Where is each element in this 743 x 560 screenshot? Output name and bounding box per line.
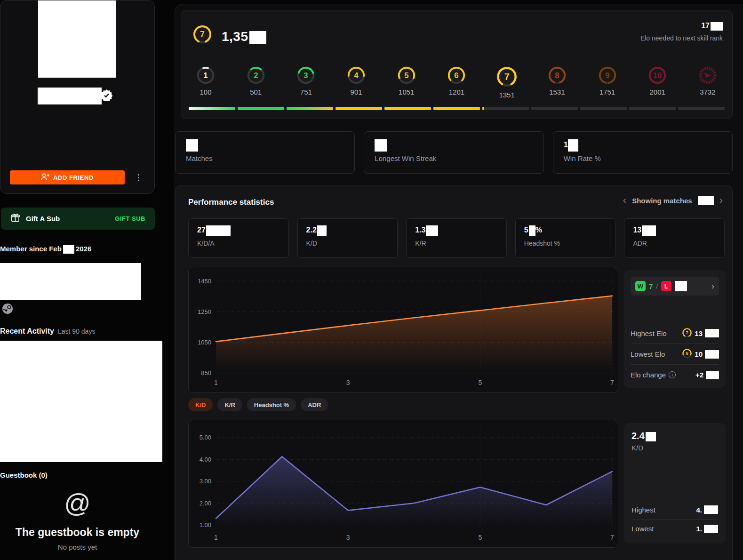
- person-add-icon: [41, 173, 49, 182]
- main-panel: 7 1,35 17 Elo needed to next skill rank …: [175, 4, 743, 560]
- elo-change-value: +2: [695, 371, 703, 379]
- add-friend-button[interactable]: ADD FRIEND: [10, 170, 125, 184]
- kd-stat-rows: Highest 4. Lowest 1.: [631, 500, 718, 538]
- kda-redaction: [206, 225, 231, 236]
- svg-text:1050: 1050: [198, 339, 211, 346]
- level-elo-threshold: 1531: [549, 88, 565, 96]
- svg-text:850: 850: [201, 369, 211, 376]
- level-icon: 5: [682, 348, 692, 360]
- showing-matches-label: Showing matches: [632, 197, 692, 205]
- elo-progress-segment: [531, 107, 578, 110]
- svg-text:3.00: 3.00: [200, 478, 211, 485]
- kd-lowest-value: 1.: [696, 525, 702, 533]
- win-streak-card: Longest Win Streak: [364, 131, 543, 174]
- at-icon: @: [0, 488, 155, 518]
- chevron-right-icon[interactable]: ›: [711, 281, 714, 291]
- level-elo-threshold: 1351: [499, 91, 514, 99]
- kr-label: K/R: [415, 240, 498, 247]
- lowest-elo-row: Lowest Elo 5 10: [631, 344, 719, 364]
- skill-level-item: 4901: [342, 66, 370, 96]
- svg-text:2.00: 2.00: [200, 500, 211, 507]
- matches-redaction: [186, 139, 198, 152]
- win-badge: W: [635, 281, 646, 291]
- kd-highest-redaction: [704, 505, 718, 514]
- level-elo-threshold: 100: [200, 88, 211, 96]
- level-elo-threshold: 501: [250, 88, 262, 96]
- elo-redaction: [249, 31, 266, 44]
- elo-progress-segment: [287, 107, 333, 110]
- skill-levels-row: 1100250137514901510516120171351815319175…: [192, 66, 722, 99]
- adr-card: 13 ADR: [624, 218, 725, 258]
- elo-chart: 1450125010508501357: [189, 267, 618, 391]
- skill-level-item: 2501: [242, 66, 270, 96]
- metric-tabs: K/D K/R Headshot % ADR: [188, 398, 328, 411]
- kd-highest-label: Highest: [631, 506, 655, 514]
- matches-label: Matches: [186, 154, 344, 162]
- wins-count: 7: [649, 282, 653, 290]
- skill-level-item: 3732: [694, 66, 722, 96]
- win-rate-label: Win Rate %: [564, 154, 722, 162]
- level-elo-threshold: 3732: [700, 88, 715, 96]
- elo-progress-segment: [629, 107, 676, 110]
- svg-text:7: 7: [504, 72, 510, 82]
- kd-avg-redaction: [646, 432, 656, 441]
- svg-text:5.00: 5.00: [200, 434, 211, 441]
- svg-text:4.00: 4.00: [200, 456, 211, 463]
- kd-redaction: [317, 225, 327, 236]
- win-loss-box[interactable]: W 7 / L ›: [631, 277, 719, 296]
- level-icon: 7: [682, 328, 692, 339]
- elo-chart-section: 1450125010508501357 W 7 / L › Highest El…: [188, 267, 726, 393]
- recent-activity-title: Recent Activity: [0, 327, 54, 335]
- steam-icon[interactable]: [2, 303, 13, 316]
- svg-text:7: 7: [200, 30, 205, 39]
- highest-elo-value: 13: [695, 329, 703, 337]
- elo-progress-bar: [189, 107, 725, 110]
- guestbook-empty-subtitle: No posts yet: [0, 543, 155, 551]
- level-elo-threshold: 1051: [399, 88, 414, 96]
- skill-level-item: 81531: [543, 66, 571, 96]
- highest-elo-redaction: [705, 329, 719, 337]
- svg-text:3: 3: [346, 534, 350, 541]
- matches-pager: ‹ Showing matches ›: [623, 196, 723, 205]
- chevron-left-icon[interactable]: ‹: [623, 196, 626, 205]
- loss-badge: L: [661, 281, 671, 291]
- svg-text:5: 5: [686, 351, 688, 356]
- member-since-redaction: [63, 245, 74, 254]
- elo-card: 7 1,35 17 Elo needed to next skill rank …: [181, 10, 733, 119]
- svg-text:1: 1: [203, 71, 208, 80]
- elo-progress-segment: [580, 107, 627, 110]
- adr-redaction: [642, 225, 656, 236]
- svg-text:7: 7: [610, 534, 614, 541]
- tab-headshot[interactable]: Headshot %: [247, 398, 296, 411]
- kd-chart: 5.004.003.002.001.001357: [189, 420, 618, 545]
- level-elo-threshold: 2001: [650, 88, 665, 96]
- svg-text:6: 6: [455, 71, 459, 80]
- kd-lowest-row: Lowest 1.: [631, 519, 718, 538]
- profile-card: ADD FRIEND: [0, 0, 155, 194]
- adr-label: ADR: [633, 240, 716, 247]
- lowest-elo-label: Lowest Elo: [631, 350, 665, 358]
- skill-level-item: 71351: [493, 66, 521, 99]
- tab-kd[interactable]: K/D: [188, 398, 213, 411]
- elo-progress-segment: [238, 107, 284, 110]
- elo-change-label: Elo change: [631, 371, 666, 379]
- verified-badge-icon: [101, 89, 112, 103]
- recent-activity-range: Last 90 days: [58, 328, 95, 335]
- recent-activity-header: Recent ActivityLast 90 days: [0, 327, 95, 336]
- win-rate-redaction: [568, 139, 578, 152]
- kebab-menu-icon[interactable]: [134, 171, 143, 184]
- gift-sub-card: Gift A Sub GIFT SUB: [1, 208, 155, 230]
- tab-kr[interactable]: K/R: [217, 398, 242, 411]
- chevron-right-icon[interactable]: ›: [719, 196, 723, 205]
- elo-progress-segment: [384, 107, 431, 110]
- svg-text:1: 1: [214, 534, 218, 541]
- headshot-card: 5% Headshot %: [515, 218, 616, 258]
- gift-sub-button[interactable]: GIFT SUB: [115, 215, 145, 222]
- lowest-elo-value: 10: [695, 350, 703, 358]
- info-icon[interactable]: i: [669, 371, 676, 378]
- elo-chart-card: 1450125010508501357: [188, 267, 618, 393]
- stat-cards-row: 27 K/D/A 2.2 K/D 1.3 K/R 5% Headshot % 1…: [188, 218, 725, 258]
- level-elo-threshold: 1751: [599, 88, 615, 96]
- kd-lowest-redaction: [704, 525, 718, 533]
- tab-adr[interactable]: ADR: [301, 398, 328, 411]
